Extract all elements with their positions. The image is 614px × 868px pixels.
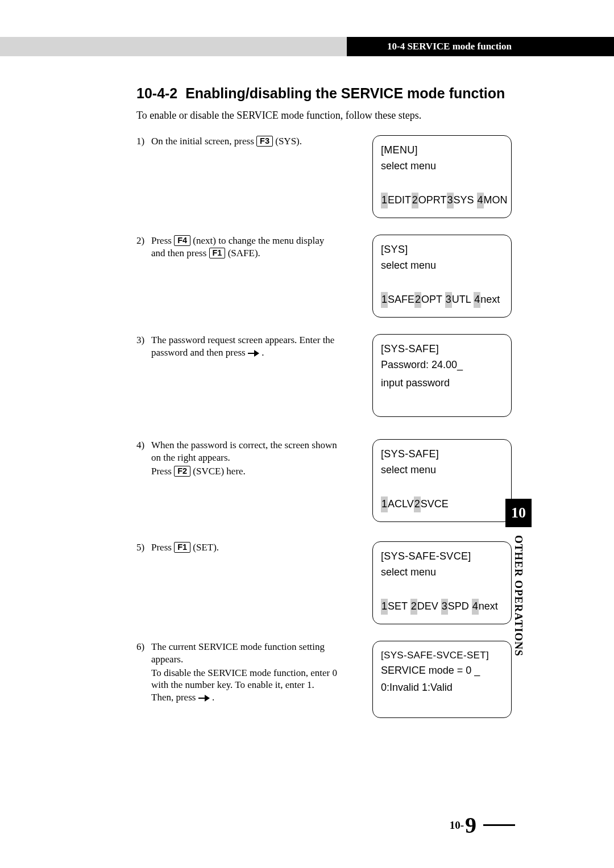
header-section-title: 10-4 SERVICE mode function	[347, 37, 614, 56]
menu-num: 3	[441, 599, 448, 615]
step-3: 3) The password request screen appears. …	[136, 334, 512, 433]
screen-1-menu: 1EDIT 2OPRT3SYS 4MON	[381, 193, 503, 208]
chapter-name-vertical: OTHER OPERATIONS	[512, 535, 525, 657]
menu-num: 1	[381, 496, 388, 512]
menu-label: SAFE	[388, 294, 414, 305]
screen-sys-safe-svce: [SYS-SAFE-SVCE] select menu 1SET 2DEV 3S…	[372, 541, 512, 624]
menu-num: 1	[381, 599, 388, 615]
step-2-text-a: Press	[151, 235, 174, 246]
key-f3: F3	[256, 136, 273, 147]
menu-num: 1	[381, 193, 388, 208]
menu-num: 1	[381, 292, 388, 308]
key-f2: F2	[174, 466, 190, 477]
menu-label: next	[480, 294, 500, 305]
section-title: Enabling/disabling the SERVICE mode func…	[185, 85, 505, 101]
svg-marker-1	[254, 350, 259, 357]
page-footer: 10-9	[450, 812, 515, 838]
content-area: 10-4-2 Enabling/disabling the SERVICE mo…	[136, 85, 512, 735]
screen-2-menu: 1SAFE2OPT 3UTL 4next	[381, 292, 503, 308]
key-f4: F4	[174, 235, 190, 246]
menu-num: 4	[477, 193, 484, 208]
screen-3-l3: input password	[381, 375, 503, 391]
thumb-tab: 10 OTHER OPERATIONS	[505, 499, 532, 657]
step-5: 5) Press F1 (SET). [SYS-SAFE-SVCE] selec…	[136, 541, 512, 635]
step-6-text-2b: .	[210, 692, 215, 703]
step-3-text-b: .	[259, 347, 264, 358]
screen-4-sub: select menu	[381, 462, 503, 478]
section-heading: 10-4-2 Enabling/disabling the SERVICE mo…	[136, 85, 512, 102]
menu-label: MON	[484, 194, 508, 206]
menu-label: SYS	[454, 194, 474, 206]
menu-label: DEV	[417, 600, 438, 612]
screen-2-title: [SYS]	[381, 242, 503, 258]
step-2: 2) Press F4 (next) to change the menu di…	[136, 235, 512, 328]
screen-3-l2: Password: 24.00_	[381, 357, 503, 373]
svg-marker-3	[205, 695, 210, 702]
step-1-num: 1)	[136, 135, 151, 148]
screen-6-l2: SERVICE mode = 0 _	[381, 663, 503, 679]
header-left-spacer	[0, 37, 347, 56]
menu-num: 2	[412, 193, 418, 208]
step-4-text-1: When the password is correct, the screen…	[151, 439, 338, 464]
enter-arrow-icon	[198, 694, 210, 702]
screen-menu: [MENU] select menu 1EDIT 2OPRT3SYS 4MON	[372, 135, 512, 218]
menu-num: 3	[445, 292, 452, 308]
intro-text: To enable or disable the SERVICE mode fu…	[136, 110, 512, 122]
menu-num: 2	[414, 292, 421, 308]
step-5-body: Press F1 (SET).	[151, 541, 338, 554]
step-6-text-1: The current SERVICE mode function settin…	[151, 641, 338, 666]
step-5-text-b: (SET).	[190, 542, 219, 553]
step-4-body: When the password is correct, the screen…	[151, 439, 338, 477]
step-4-num: 4)	[136, 439, 151, 477]
footer-line	[483, 824, 515, 826]
menu-label: UTL	[452, 294, 471, 305]
menu-label: OPRT	[418, 194, 447, 206]
screen-1-sub: select menu	[381, 158, 503, 174]
step-4-text-2a: Press	[151, 466, 174, 477]
step-2-num: 2)	[136, 235, 151, 260]
step-4: 4) When the password is correct, the scr…	[136, 439, 512, 536]
step-6: 6) The current SERVICE mode function set…	[136, 641, 512, 729]
menu-label: EDIT	[388, 194, 411, 206]
step-2-body: Press F4 (next) to change the menu displ…	[151, 235, 338, 260]
step-1-body: On the initial screen, press F3 (SYS).	[151, 135, 338, 148]
step-6-num: 6)	[136, 641, 151, 704]
menu-num: 3	[447, 193, 454, 208]
page-number: 9	[465, 812, 476, 838]
screen-4-menu: 1ACLV2SVCE	[381, 496, 503, 512]
screen-sys-safe-pw: [SYS-SAFE] Password: 24.00_ input passwo…	[372, 334, 512, 417]
step-1: 1) On the initial screen, press F3 (SYS)…	[136, 135, 512, 229]
menu-num: 2	[410, 599, 417, 615]
screen-5-sub: select menu	[381, 565, 503, 581]
screen-6-l3: 0:Invalid 1:Valid	[381, 680, 503, 696]
menu-num: 4	[472, 599, 479, 615]
screen-sys: [SYS] select menu 1SAFE2OPT 3UTL 4next	[372, 235, 512, 318]
enter-arrow-icon	[248, 349, 259, 357]
menu-label: next	[479, 600, 498, 612]
screen-6-title: [SYS-SAFE-SVCE-SET]	[381, 648, 503, 663]
chapter-number-tab: 10	[505, 499, 532, 527]
screen-2-sub: select menu	[381, 258, 503, 274]
page-prefix: 10-	[450, 819, 464, 832]
menu-label: ACLV	[388, 498, 414, 510]
screen-3-title: [SYS-SAFE]	[381, 341, 503, 357]
step-1-text-a: On the initial screen, press	[151, 136, 256, 147]
menu-label: SPD	[448, 600, 469, 612]
screen-sys-safe-svce-set: [SYS-SAFE-SVCE-SET] SERVICE mode = 0 _ 0…	[372, 641, 512, 718]
step-2-text-c: (SAFE).	[225, 248, 260, 258]
header-bar: 10-4 SERVICE mode function	[0, 37, 614, 56]
screen-5-title: [SYS-SAFE-SVCE]	[381, 549, 503, 565]
screen-5-menu: 1SET 2DEV 3SPD 4next	[381, 599, 503, 615]
step-5-text-a: Press	[151, 542, 174, 553]
menu-num: 4	[474, 292, 480, 308]
menu-label: SET	[388, 600, 408, 612]
step-3-num: 3)	[136, 334, 151, 359]
step-4-text-2b: (SVCE) here.	[190, 466, 246, 477]
menu-label: OPT	[421, 294, 442, 305]
screen-1-title: [MENU]	[381, 143, 503, 158]
screen-4-title: [SYS-SAFE]	[381, 446, 503, 462]
menu-label: SVCE	[421, 498, 449, 510]
step-6-body: The current SERVICE mode function settin…	[151, 641, 338, 704]
section-number: 10-4-2	[136, 85, 177, 101]
key-f1: F1	[209, 248, 226, 258]
